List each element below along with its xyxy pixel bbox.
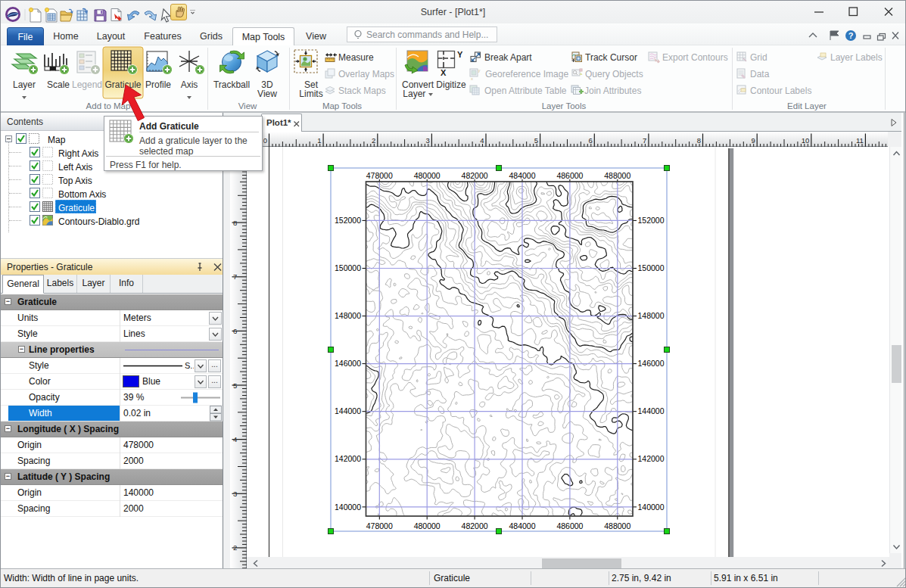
- svg-text:7: 7: [233, 272, 237, 281]
- svg-text:1: 1: [317, 136, 321, 145]
- svg-text:142000: 142000: [638, 454, 665, 463]
- svg-text:S..: S..: [185, 361, 194, 370]
- svg-text:150000: 150000: [335, 263, 361, 272]
- svg-text:140000: 140000: [638, 502, 665, 512]
- svg-text:11: 11: [856, 136, 864, 145]
- svg-text:152000: 152000: [335, 216, 361, 225]
- svg-text:478000: 478000: [366, 171, 393, 180]
- svg-text:6: 6: [233, 327, 237, 335]
- svg-text:488000: 488000: [604, 521, 630, 530]
- svg-text:482000: 482000: [462, 171, 488, 180]
- svg-text:484000: 484000: [509, 521, 535, 530]
- svg-text:144000: 144000: [335, 406, 361, 415]
- svg-text:3: 3: [426, 136, 430, 145]
- svg-text:4: 4: [233, 435, 237, 443]
- svg-text:150000: 150000: [638, 263, 665, 272]
- svg-text:480000: 480000: [414, 521, 441, 530]
- svg-text:4: 4: [480, 136, 484, 145]
- svg-text:140000: 140000: [335, 502, 361, 512]
- svg-text:486000: 486000: [556, 521, 583, 530]
- svg-text:2: 2: [372, 136, 375, 145]
- svg-text:152000: 152000: [638, 216, 665, 225]
- svg-text:2: 2: [233, 543, 237, 552]
- svg-text:484000: 484000: [509, 171, 535, 180]
- svg-text:5: 5: [534, 136, 538, 145]
- svg-text:3: 3: [233, 490, 237, 498]
- svg-text:9: 9: [751, 136, 755, 145]
- svg-text:8: 8: [233, 219, 237, 227]
- svg-text:146000: 146000: [335, 359, 361, 368]
- svg-text:0: 0: [263, 136, 267, 145]
- svg-text:Y: Y: [457, 50, 463, 59]
- svg-text:480000: 480000: [414, 171, 441, 180]
- svg-text:y: y: [478, 68, 481, 73]
- svg-text:478000: 478000: [366, 521, 393, 530]
- svg-text:10: 10: [802, 136, 810, 145]
- svg-text:?: ?: [848, 31, 854, 40]
- svg-text:6: 6: [589, 136, 593, 145]
- svg-text:X: X: [441, 68, 447, 77]
- svg-text:146000: 146000: [638, 359, 665, 368]
- svg-text:148000: 148000: [638, 311, 665, 320]
- svg-text:486000: 486000: [556, 171, 583, 180]
- svg-text:5: 5: [233, 381, 237, 390]
- svg-text:7: 7: [643, 136, 646, 145]
- svg-text:x: x: [471, 76, 473, 81]
- svg-text:148000: 148000: [335, 311, 361, 320]
- svg-text:488000: 488000: [604, 171, 630, 180]
- svg-text:482000: 482000: [462, 521, 488, 530]
- svg-text:142000: 142000: [335, 454, 361, 463]
- svg-text:8: 8: [697, 136, 701, 145]
- svg-text:144000: 144000: [638, 406, 665, 415]
